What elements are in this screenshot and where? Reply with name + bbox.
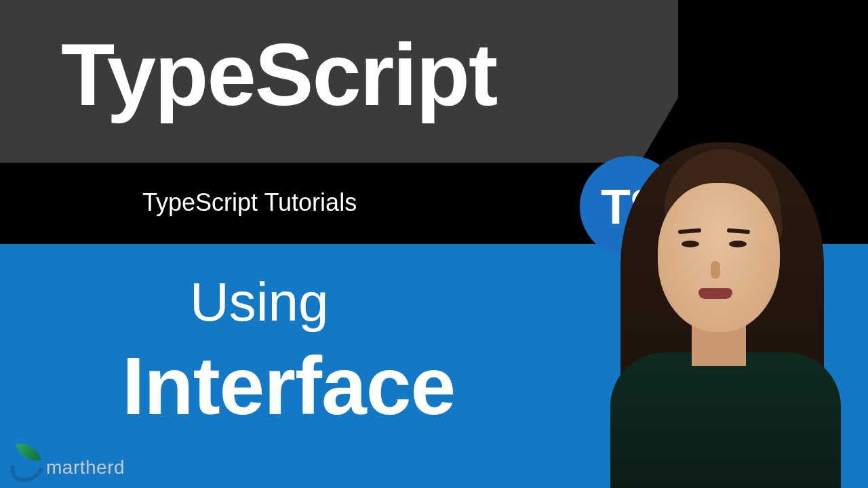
thumbnail-stage: TypeScript TypeScript Tutorials Using In… [0,0,868,488]
main-title: TypeScript [61,24,496,125]
brand-logo-icon [7,439,50,483]
brand-name: martherd [46,457,125,483]
topic-line-1: Using [190,271,329,333]
subtitle-text: TypeScript Tutorials [142,188,357,217]
brand-logo: martherd [7,439,125,483]
topic-line-2: Interface [122,339,455,432]
presenter-photo [583,136,868,488]
